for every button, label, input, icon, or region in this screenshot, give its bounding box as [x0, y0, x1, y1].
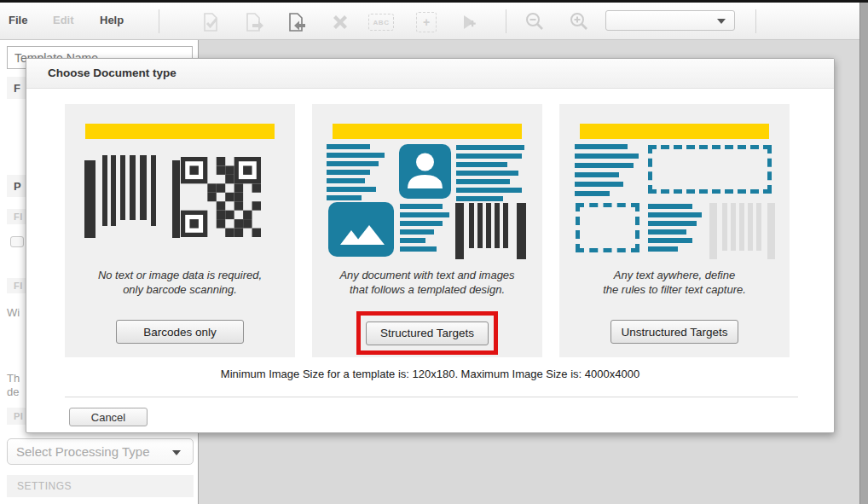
text-line	[327, 161, 379, 166]
card-description: No text or image data is required, only …	[65, 268, 295, 297]
text-line	[648, 204, 692, 209]
yellow-header-graphic	[333, 124, 522, 139]
toolbar-separator	[506, 9, 506, 33]
text-line	[327, 170, 370, 175]
text-line	[327, 153, 385, 158]
text-line	[456, 171, 518, 176]
section-label: F	[14, 82, 20, 95]
text-line	[575, 144, 628, 149]
text-line	[575, 154, 639, 159]
card-unstructured-targets: Any text aywhere, define the rules to fi…	[559, 104, 790, 357]
text-line	[456, 179, 510, 184]
barcode-graphic	[84, 155, 181, 238]
sidebar-text: Wi	[7, 306, 20, 319]
card-barcodes-only: No text or image data is required, only …	[65, 104, 295, 357]
text-line	[400, 229, 434, 235]
text-line	[575, 182, 623, 187]
card-description-line: Any document with text and images	[312, 268, 542, 282]
text-line	[400, 221, 443, 226]
zoom-in-icon[interactable]	[568, 11, 590, 33]
scrollbar-track[interactable]	[859, 0, 868, 504]
cancel-button[interactable]: Cancel	[69, 408, 148, 426]
abc-region-icon[interactable]: ABC	[368, 14, 394, 31]
text-line	[456, 145, 524, 150]
card-structured-targets: Any document with text and images that f…	[312, 104, 542, 357]
processing-type-dropdown[interactable]: Select Processing Type	[7, 438, 194, 465]
highlight-red-box: Structured Targets	[356, 311, 498, 355]
text-line	[648, 238, 692, 243]
yellow-header-graphic	[85, 124, 275, 139]
abc-label: ABC	[373, 19, 390, 26]
subheader-label: FI	[14, 211, 23, 222]
card-description-line: Any text aywhere, define	[559, 268, 790, 282]
app-window: File Edit Help ABC +	[0, 0, 868, 504]
document-export-icon[interactable]	[243, 11, 265, 33]
person-photo-icon	[399, 144, 451, 199]
structured-targets-button[interactable]: Structured Targets	[366, 322, 489, 345]
text-line	[648, 212, 702, 217]
text-line	[400, 204, 443, 209]
choose-document-type-dialog: Choose Document type	[26, 58, 835, 433]
settings-section-header: SETTINGS	[7, 475, 194, 497]
text-line	[575, 172, 619, 177]
unstructured-targets-button[interactable]: Unstructured Targets	[610, 320, 738, 344]
chevron-down-icon	[172, 450, 181, 455]
sidebar-text: Th	[7, 372, 20, 385]
toolbar-separator	[159, 9, 159, 33]
text-line	[327, 178, 365, 183]
text-line	[456, 196, 503, 201]
card-description-line: only barcode scanning.	[65, 282, 295, 297]
dashed-region-graphic	[648, 145, 772, 194]
text-line	[648, 229, 686, 235]
menu-help[interactable]: Help	[100, 14, 124, 26]
document-import-icon[interactable]	[286, 11, 308, 33]
card-description-line: No text or image data is required,	[65, 268, 295, 282]
barcode-graphic	[455, 203, 526, 259]
text-line	[400, 246, 437, 252]
subheader-label: FI	[14, 281, 23, 291]
text-line	[327, 187, 376, 192]
text-line	[456, 162, 507, 167]
text-line	[648, 246, 678, 252]
barcodes-only-button[interactable]: Barcodes only	[116, 320, 244, 344]
dialog-header: Choose Document type	[26, 59, 834, 89]
window-top-edge	[0, 0, 868, 3]
text-line	[575, 163, 634, 168]
yellow-header-graphic	[580, 124, 769, 139]
card-description: Any text aywhere, define the rules to fi…	[559, 268, 790, 297]
document-check-icon[interactable]	[200, 11, 222, 33]
card-description: Any document with text and images that f…	[312, 268, 542, 297]
dialog-divider	[65, 397, 798, 397]
qr-code-graphic	[181, 157, 261, 237]
sidebar-text: de	[7, 385, 19, 398]
text-line	[456, 154, 522, 159]
text-line	[456, 188, 522, 193]
image-placeholder-icon	[328, 202, 394, 257]
menu-edit: Edit	[53, 14, 74, 26]
subheader-label: PI	[14, 411, 23, 421]
toolbar-separator	[755, 9, 756, 33]
text-line	[327, 144, 370, 149]
dialog-title: Choose Document type	[48, 67, 176, 79]
toolbar: File Edit Help ABC +	[0, 3, 868, 40]
menu-file[interactable]: File	[9, 14, 27, 26]
card-description-line: that follows a templated design.	[312, 282, 542, 297]
text-line	[575, 191, 610, 196]
add-region-icon[interactable]: +	[416, 12, 437, 32]
settings-label: SETTINGS	[17, 480, 72, 492]
delete-icon[interactable]	[329, 11, 351, 33]
zoom-out-icon[interactable]	[524, 11, 546, 33]
image-size-note: Minimum Image Size for a template is: 12…	[26, 368, 834, 380]
add-pointer-icon[interactable]	[459, 11, 481, 33]
text-line	[400, 238, 425, 243]
text-line	[648, 221, 697, 226]
processing-type-placeholder: Select Processing Type	[16, 444, 149, 459]
card-description-line: the rules to filter text capture.	[559, 282, 790, 297]
sidebar-checkbox[interactable]	[10, 236, 24, 247]
chevron-down-icon	[717, 19, 726, 24]
text-line	[400, 212, 449, 217]
zoom-level-dropdown[interactable]	[605, 10, 735, 31]
text-line	[327, 195, 362, 200]
faded-barcode-graphic	[709, 203, 775, 259]
dashed-region-graphic	[576, 203, 639, 252]
